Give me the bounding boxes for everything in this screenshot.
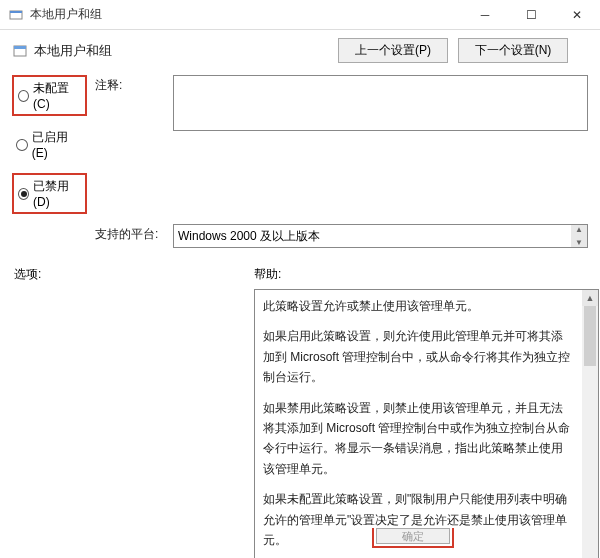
prev-setting-button[interactable]: 上一个设置(P) <box>338 38 448 63</box>
radio-not-configured[interactable]: 未配置(C) <box>12 75 87 116</box>
ok-button[interactable]: 确定 <box>376 528 450 544</box>
maximize-button[interactable]: ☐ <box>508 0 554 30</box>
scroll-up-icon[interactable]: ▲ <box>586 290 595 306</box>
comment-textarea[interactable] <box>173 75 588 131</box>
comment-label: 注释: <box>95 75 165 214</box>
page-heading: 本地用户和组 <box>34 42 338 60</box>
svg-rect-1 <box>10 11 22 13</box>
platform-field <box>173 224 588 248</box>
svg-rect-3 <box>14 46 26 49</box>
help-paragraph: 此策略设置允许或禁止使用该管理单元。 <box>263 296 574 316</box>
radio-icon <box>16 139 28 151</box>
close-button[interactable]: ✕ <box>554 0 600 30</box>
window-title: 本地用户和组 <box>30 6 462 23</box>
options-label: 选项: <box>12 266 254 283</box>
radio-icon <box>18 90 29 102</box>
platform-label: 支持的平台: <box>95 224 165 248</box>
platform-scrollbar[interactable]: ▲▼ <box>571 225 587 247</box>
radio-label: 未配置(C) <box>33 80 81 111</box>
minimize-button[interactable]: ─ <box>462 0 508 30</box>
radio-disabled[interactable]: 已禁用(D) <box>12 173 87 214</box>
help-textbox: 此策略设置允许或禁止使用该管理单元。 如果启用此策略设置，则允许使用此管理单元并… <box>254 289 599 558</box>
help-label: 帮助: <box>254 266 588 283</box>
help-paragraph: 如果禁用此策略设置，则禁止使用该管理单元，并且无法将其添加到 Microsoft… <box>263 398 574 480</box>
app-icon <box>8 7 24 23</box>
radio-icon <box>18 188 29 200</box>
next-setting-button[interactable]: 下一个设置(N) <box>458 38 568 63</box>
snapin-icon <box>12 43 28 59</box>
radio-label: 已启用(E) <box>32 129 83 160</box>
scroll-thumb[interactable] <box>584 306 596 366</box>
radio-label: 已禁用(D) <box>33 178 81 209</box>
help-scrollbar[interactable]: ▲ ▼ <box>582 290 598 558</box>
radio-enabled[interactable]: 已启用(E) <box>12 126 87 163</box>
help-paragraph: 如果启用此策略设置，则允许使用此管理单元并可将其添加到 Microsoft 管理… <box>263 326 574 387</box>
